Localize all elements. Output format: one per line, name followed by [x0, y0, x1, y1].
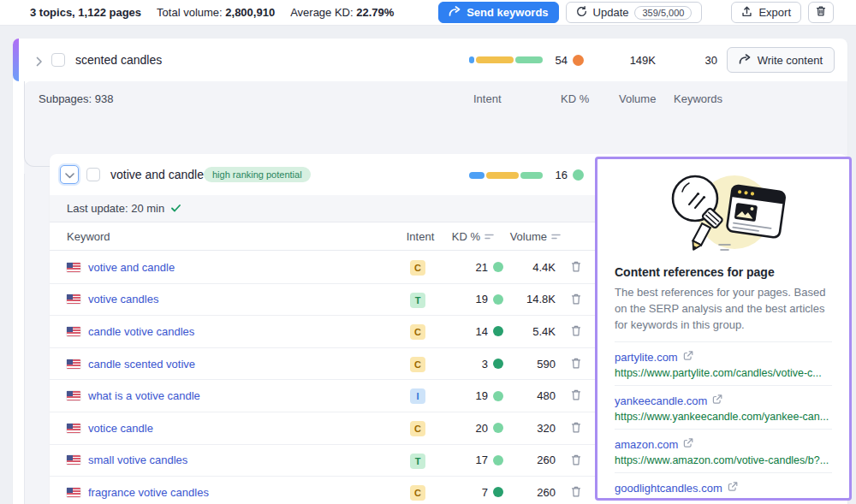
- kd-value: 19: [476, 293, 488, 305]
- last-update-text: Last update: 20 min: [67, 202, 164, 215]
- reference-domain-link[interactable]: partylite.com: [615, 351, 678, 364]
- us-flag-icon: [67, 455, 80, 465]
- reference-url: https://www.partylite.com/candles/votive…: [615, 367, 832, 379]
- us-flag-icon: [67, 327, 80, 336]
- column-keywords: Keywords: [674, 92, 722, 105]
- column-kd: KD %: [561, 92, 589, 105]
- keyword-link[interactable]: candle scented votive: [88, 358, 195, 371]
- kd-cell: 3: [443, 348, 503, 380]
- header-keyword: Keyword: [67, 223, 110, 250]
- reference-url: https://goodlightcandles.com/blogs/news/…: [615, 498, 832, 501]
- keyword-link[interactable]: what is a votive candle: [88, 389, 200, 402]
- kd-value: 14: [476, 325, 488, 338]
- keyword-link[interactable]: small votive candles: [88, 454, 187, 466]
- us-flag-icon: [67, 294, 80, 304]
- kd-cell: 17: [443, 445, 503, 477]
- keyword-link[interactable]: votice candle: [88, 422, 153, 435]
- collapse-toggle[interactable]: [60, 165, 79, 184]
- kd-dot: [573, 169, 584, 181]
- remove-keyword-button[interactable]: [568, 357, 584, 372]
- kd-value: 20: [476, 422, 488, 435]
- sort-icon: [484, 230, 494, 243]
- column-volume: Volume: [619, 92, 656, 105]
- kd-cell: 7: [443, 477, 503, 504]
- intent-segment-yellow: [476, 56, 514, 63]
- kd-dot: [493, 359, 503, 369]
- kd-dot: [493, 487, 503, 497]
- us-flag-icon: [67, 263, 80, 272]
- refresh-icon: [576, 6, 587, 20]
- kd-dot: [493, 423, 503, 433]
- delete-button[interactable]: [808, 2, 834, 23]
- column-intent: Intent: [473, 92, 502, 105]
- references-description: The best references for your pages. Base…: [615, 284, 832, 333]
- header-kd-sort[interactable]: KD %: [435, 223, 494, 250]
- intent-badge: T: [410, 454, 425, 469]
- kd-dot: [493, 294, 503, 305]
- intent-badge: C: [410, 324, 425, 340]
- kd-cell: 19: [443, 380, 503, 412]
- keyword-link[interactable]: fragrance votive candles: [88, 486, 209, 499]
- remove-keyword-button[interactable]: [568, 388, 584, 404]
- remove-keyword-button[interactable]: [568, 485, 584, 501]
- volume-value: 590: [516, 348, 556, 380]
- us-flag-icon: [67, 424, 80, 433]
- keyword-link[interactable]: votive and candle: [88, 261, 175, 274]
- reference-domain-link[interactable]: yankeecandle.com: [615, 394, 707, 407]
- volume-value: 260: [516, 445, 556, 477]
- intent-badge: C: [410, 357, 425, 372]
- us-flag-icon: [67, 488, 80, 497]
- content-references-panel: Content references for page The best ref…: [595, 157, 852, 501]
- remove-keyword-button[interactable]: [568, 324, 584, 340]
- volume-value: 260: [516, 477, 556, 504]
- remove-keyword-button[interactable]: [568, 454, 584, 469]
- send-arrow-icon: [449, 6, 461, 19]
- trash-icon: [815, 5, 827, 20]
- intent-segment-blue: [469, 56, 474, 63]
- topics-pages-count: 3 topics, 1,122 pages: [30, 6, 141, 19]
- update-button[interactable]: Update 359/5,000: [566, 2, 703, 23]
- write-content-button[interactable]: Write content: [727, 47, 835, 73]
- subpage-kd: 16: [512, 154, 584, 195]
- ranking-potential-badge: high ranking potential: [204, 167, 311, 182]
- topbar: 3 topics, 1,122 pages Total volume: 2,80…: [0, 0, 856, 26]
- header-volume-sort[interactable]: Volume: [508, 223, 561, 250]
- sort-icon: [551, 230, 561, 243]
- summary-stats: 3 topics, 1,122 pages Total volume: 2,80…: [30, 6, 394, 19]
- external-link-icon: [683, 349, 693, 365]
- external-link-icon: [712, 393, 722, 408]
- send-keywords-button[interactable]: Send keywords: [438, 2, 558, 23]
- topic-label: scented candles: [75, 53, 162, 67]
- external-link-icon: [728, 480, 738, 495]
- remove-keyword-button[interactable]: [568, 260, 584, 276]
- topic-kd: 54: [512, 39, 584, 81]
- remove-keyword-button[interactable]: [568, 421, 584, 436]
- chevron-right-icon[interactable]: [36, 55, 43, 70]
- top-actions: Send keywords Update 359/5,000 Export: [438, 2, 834, 23]
- kd-cell: 14: [443, 316, 503, 347]
- reference-item: partylite.com https://www.partylite.com/…: [615, 341, 832, 385]
- keyword-link[interactable]: votive candles: [88, 293, 158, 305]
- export-button[interactable]: Export: [731, 2, 801, 23]
- reference-item: yankeecandle.com https://www.yankeecandl…: [615, 385, 832, 429]
- kd-dot: [493, 262, 503, 272]
- reference-item: goodlightcandles.com https://goodlightca…: [615, 472, 832, 501]
- update-quota-badge: 359/5,000: [634, 6, 692, 20]
- reference-domain-link[interactable]: goodlightcandles.com: [615, 482, 722, 495]
- volume-value: 320: [516, 412, 556, 444]
- write-arrow-icon: [739, 54, 751, 67]
- reference-list: partylite.com https://www.partylite.com/…: [615, 341, 832, 501]
- kd-dot: [493, 391, 503, 401]
- remove-keyword-button[interactable]: [568, 293, 584, 308]
- reference-url: https://www.yankeecandle.com/yankee-can.…: [615, 411, 832, 423]
- topic-checkbox[interactable]: [51, 53, 65, 67]
- header-intent: Intent: [403, 223, 437, 250]
- reference-domain-link[interactable]: amazon.com: [615, 438, 678, 451]
- kd-dot: [493, 326, 503, 336]
- intent-badge: C: [410, 485, 425, 501]
- kd-value: 21: [476, 261, 488, 274]
- subpages-count: Subpages: 938: [39, 92, 113, 105]
- subpage-checkbox[interactable]: [86, 168, 100, 181]
- kd-dot: [573, 55, 584, 66]
- keyword-link[interactable]: candle votive candles: [88, 325, 194, 338]
